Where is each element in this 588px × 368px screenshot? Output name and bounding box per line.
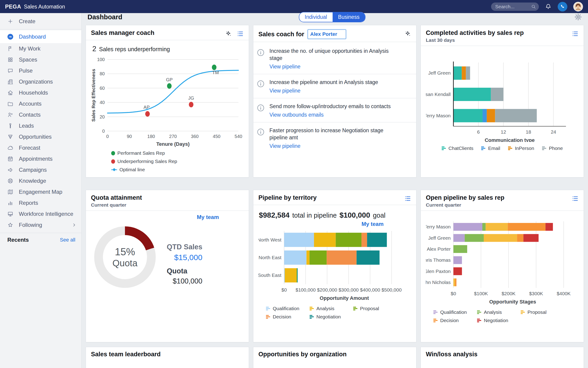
territory-legend: QualificationAnalysisProposalDecisionNeg… (266, 306, 404, 320)
top-bar: PEGA Sales Automation (0, 0, 588, 13)
notifications-bell-icon[interactable] (545, 3, 552, 10)
see-all-link[interactable]: See all (60, 237, 75, 243)
sidebar-item-appointments[interactable]: Appointments (0, 153, 81, 164)
building-icon (7, 79, 13, 85)
toggle-business[interactable]: Business (333, 12, 365, 22)
suggestion-link[interactable]: View pipeline (270, 64, 300, 70)
legend-swatch (310, 315, 314, 319)
qtd-sales-value: $15,000 (167, 253, 202, 262)
legend-item: InPerson (508, 146, 534, 151)
legend-item: Optimal line (111, 167, 180, 172)
bar-chart-icon (7, 200, 13, 206)
legend-swatch (111, 151, 115, 156)
list-menu-icon[interactable] (237, 30, 244, 37)
card-sales-coach: Sales coach for Increase the no. of uniq… (253, 25, 416, 177)
svg-text:$400K: $400K (557, 291, 571, 296)
svg-text:$300,000: $300,000 (339, 287, 359, 293)
user-avatar[interactable] (573, 2, 583, 11)
svg-text:Alex Porter: Alex Porter (427, 246, 451, 252)
svg-text:Communication type: Communication type (485, 137, 535, 142)
svg-text:JG: JG (188, 95, 194, 101)
ai-sparkle-icon[interactable] (404, 30, 411, 37)
pipeline-summary: $982,584 total in pipeline $100,000 goal (258, 207, 411, 220)
sidebar-item-households[interactable]: Households (0, 87, 81, 98)
info-icon (257, 48, 265, 57)
gear-icon[interactable] (574, 13, 582, 21)
legend-swatch (477, 318, 482, 322)
svg-text:$200K: $200K (502, 291, 516, 296)
list-menu-icon[interactable] (404, 195, 411, 202)
info-icon (257, 80, 265, 88)
card-subtitle: Current quarter (91, 202, 142, 208)
sidebar-item-forecast[interactable]: Forecast (0, 142, 81, 153)
cloud-icon (7, 145, 13, 151)
toggle-individual[interactable]: Individual (299, 12, 333, 22)
svg-text:Sales Rep Effectiveness: Sales Rep Effectiveness (91, 69, 96, 122)
sidebar-item-workforce-intelligence[interactable]: Workforce Intelligence (0, 208, 81, 220)
legend-swatch (442, 146, 446, 150)
sidebar-item-leads[interactable]: Leads (0, 120, 81, 131)
card-subtitle: Last 30 days (426, 37, 524, 43)
list-menu-icon[interactable] (572, 195, 579, 202)
suggestion-text: Send more follow-up/introductory emails … (270, 103, 391, 110)
product-name: Sales Automation (24, 4, 65, 10)
sidebar-item-my-work[interactable]: My Work (0, 43, 81, 54)
coach-suggestion-item: Send more follow-up/introductory emails … (253, 98, 416, 122)
sidebar-item-create[interactable]: Create (0, 15, 81, 28)
suggestion-text: Increase the no. of unique opportunities… (270, 47, 398, 62)
sidebar-item-opportunities[interactable]: Opportunities (0, 131, 81, 142)
svg-text:Opportunity Amount: Opportunity Amount (320, 295, 369, 301)
quota-percent: 15% (115, 246, 135, 258)
sidebar: Create Dashboard My Work Spaces Pulse Or… (0, 13, 82, 368)
svg-text:Jeff Green: Jeff Green (428, 235, 451, 241)
global-search[interactable] (491, 2, 539, 11)
card-win-loss-analysis: Win/loss analysis (420, 347, 584, 368)
svg-text:12: 12 (501, 129, 506, 135)
activities-legend: ChatClientsEmailInPersonPhone (426, 146, 579, 151)
sidebar-item-accounts[interactable]: Accounts (0, 98, 81, 109)
dashboard-gauge-icon (7, 34, 13, 40)
suggestion-link[interactable]: View pipeline (270, 143, 300, 149)
ai-sparkle-icon[interactable] (225, 30, 232, 37)
monitor-icon (7, 211, 13, 217)
legend-swatch (310, 306, 314, 311)
phone-button[interactable] (558, 2, 567, 11)
svg-text:AP: AP (144, 105, 150, 110)
sidebar-item-pulse[interactable]: Pulse (0, 65, 81, 76)
open-pipeline-bar-chart: $0$100K$200K$300K$400KTerry MasonJeff Gr… (426, 220, 579, 307)
rep-name-input[interactable] (308, 29, 346, 39)
map-icon (7, 189, 13, 195)
sidebar-item-dashboard[interactable]: Dashboard (0, 30, 81, 43)
svg-text:360: 360 (191, 134, 198, 139)
my-team-link[interactable]: My team (362, 221, 383, 227)
coach-suggestion-list: Increase the no. of unique opportunities… (253, 42, 416, 153)
megaphone-icon (7, 167, 13, 173)
svg-text:100: 100 (97, 57, 105, 62)
sidebar-item-knowledge[interactable]: Knowledge (0, 175, 81, 186)
recents-section: Recents See all (0, 233, 81, 243)
sidebar-item-reports[interactable]: Reports (0, 197, 81, 208)
sidebar-item-organizations[interactable]: Organizations (0, 76, 81, 87)
suggestion-link[interactable]: View outbounds emails (270, 112, 324, 118)
legend-item: Underperforming Sales Rep (111, 159, 180, 164)
coach-suggestion-item: Increase the pipeline amount in Analysis… (253, 74, 416, 98)
phone-icon (560, 4, 565, 9)
svg-text:$0: $0 (281, 287, 287, 293)
sidebar-item-contacts[interactable]: Contacts (0, 109, 81, 120)
suggestion-link[interactable]: View pipeline (270, 88, 300, 94)
list-menu-icon[interactable] (572, 30, 579, 37)
sidebar-item-engagement-map[interactable]: Engagement Map (0, 186, 81, 197)
legend-swatch (353, 306, 358, 311)
sidebar-item-campaigns[interactable]: Campaigns (0, 164, 81, 175)
svg-text:$300K: $300K (529, 291, 543, 296)
qtd-sales-label: QTD Sales (167, 243, 202, 251)
svg-text:0: 0 (106, 134, 109, 139)
card-title: Sales manager coach (91, 29, 154, 37)
suggestion-text: Increase the pipeline amount in Analysis… (270, 79, 378, 86)
sidebar-item-following[interactable]: Following (0, 220, 81, 230)
sidebar-item-spaces[interactable]: Spaces (0, 54, 81, 65)
card-title: Completed activities by sales rep (426, 29, 524, 37)
card-completed-activities: Completed activities by sales rep Last 3… (420, 25, 584, 177)
my-team-link[interactable]: My team (197, 214, 219, 220)
svg-text:Susan Kendall: Susan Kendall (426, 92, 451, 97)
